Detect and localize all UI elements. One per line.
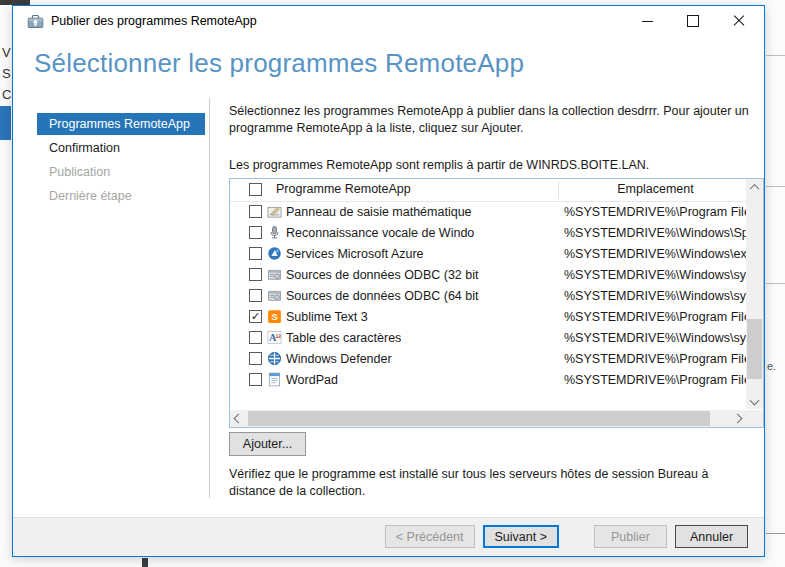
intro-text: Sélectionnez les programmes RemoteApp à … xyxy=(229,103,751,137)
program-path: %SYSTEMDRIVE%\Windows\system32\odbcad3..… xyxy=(564,289,746,303)
speech-recognition-icon xyxy=(267,225,282,240)
scroll-right-icon[interactable] xyxy=(729,410,746,427)
row-checkbox[interactable] xyxy=(249,352,262,365)
table-row[interactable]: Windows Defender%SYSTEMDRIVE%\Program Fi… xyxy=(230,349,746,370)
table-row[interactable]: AΩTable des caractères%SYSTEMDRIVE%\Wind… xyxy=(230,328,746,349)
add-button[interactable]: Ajouter... xyxy=(229,432,306,456)
odbc-data-source-icon xyxy=(267,288,282,303)
page-title: Sélectionner les programmes RemoteApp xyxy=(34,48,524,79)
program-path: %SYSTEMDRIVE%\Program Files\Common Files… xyxy=(564,205,746,219)
table-row[interactable]: ✓SSublime Text 3%SYSTEMDRIVE%\Program Fi… xyxy=(230,307,746,328)
scroll-down-icon[interactable] xyxy=(746,392,763,409)
svg-text:S: S xyxy=(271,311,278,322)
window-title: Publier des programmes RemoteApp xyxy=(51,14,257,28)
background-line xyxy=(766,283,785,284)
background-partial-text: C xyxy=(2,87,12,102)
program-name: WordPad xyxy=(286,373,558,387)
row-checkbox[interactable] xyxy=(249,331,262,344)
publish-button: Publier xyxy=(594,525,667,548)
remoteapp-toolbox-icon xyxy=(27,13,44,30)
wizard-step-programmes-remoteapp[interactable]: Programmes RemoteApp xyxy=(37,113,205,135)
program-name: Services Microsoft Azure xyxy=(286,247,558,261)
source-note: Les programmes RemoteApp sont remplis à … xyxy=(229,158,751,172)
scroll-left-icon[interactable] xyxy=(230,410,247,427)
column-header-location[interactable]: Emplacement xyxy=(564,182,747,196)
sidebar-separator xyxy=(209,98,210,498)
background-taskbar-fragment xyxy=(142,558,148,567)
azure-services-icon xyxy=(267,246,282,261)
vertical-scroll-thumb[interactable] xyxy=(747,319,762,379)
program-name: Windows Defender xyxy=(286,352,558,366)
minimize-icon[interactable] xyxy=(624,6,670,36)
cancel-button[interactable]: Annuler xyxy=(675,525,748,548)
maximize-icon[interactable] xyxy=(670,6,716,36)
windows-defender-icon xyxy=(267,351,282,366)
table-row[interactable]: Panneau de saisie mathématique%SYSTEMDRI… xyxy=(230,202,746,223)
table-row[interactable]: Sources de données ODBC (64 bit%SYSTEMDR… xyxy=(230,286,746,307)
wizard-step-publication: Publication xyxy=(37,161,205,183)
program-table: Programme RemoteApp Emplacement Panneau … xyxy=(229,178,764,428)
program-name: Table des caractères xyxy=(286,331,558,345)
wizard-step-confirmation[interactable]: Confirmation xyxy=(37,137,205,159)
next-button[interactable]: Suivant > xyxy=(483,525,559,548)
odbc-data-source-icon xyxy=(267,267,282,282)
row-checkbox[interactable] xyxy=(249,226,262,239)
sublime-text-icon: S xyxy=(267,309,282,324)
scrollbar-corner xyxy=(746,410,763,427)
program-name: Sublime Text 3 xyxy=(286,310,558,324)
table-vertical-scrollbar[interactable] xyxy=(746,179,763,409)
publish-remoteapp-dialog: Publier des programmes RemoteApp Sélecti… xyxy=(12,5,765,557)
wordpad-icon xyxy=(267,372,282,387)
program-path: %SYSTEMDRIVE%\Windows\system32\charmap..… xyxy=(564,331,746,345)
footer: < PrécédentSuivant >PublierAnnuler xyxy=(13,517,764,556)
table-header: Programme RemoteApp Emplacement xyxy=(230,179,746,202)
previous-button: < Précédent xyxy=(385,525,475,548)
program-name: Sources de données ODBC (32 bit xyxy=(286,268,558,282)
row-checkbox[interactable] xyxy=(249,373,262,386)
wizard-step-derniere-etape: Dernière étape xyxy=(37,185,205,207)
title-bar: Publier des programmes RemoteApp xyxy=(13,6,764,37)
math-input-panel-icon xyxy=(267,204,282,219)
table-row[interactable]: Sources de données ODBC (32 bit%SYSTEMDR… xyxy=(230,265,746,286)
program-path: %SYSTEMDRIVE%\Program Files\Sublime Text… xyxy=(564,310,746,324)
table-horizontal-scrollbar[interactable] xyxy=(230,410,746,427)
scroll-up-icon[interactable] xyxy=(746,179,763,196)
background-partial-text: e. xyxy=(767,360,776,372)
program-path: %SYSTEMDRIVE%\Program Files\Windows Defe… xyxy=(564,352,746,366)
column-header-program[interactable]: Programme RemoteApp xyxy=(276,182,411,196)
horizontal-scroll-thumb[interactable] xyxy=(248,411,710,426)
column-separator[interactable] xyxy=(558,181,559,199)
background-line xyxy=(766,533,785,534)
row-checkbox[interactable] xyxy=(249,289,262,302)
background-partial-text: V xyxy=(2,45,12,60)
table-row[interactable]: Services Microsoft Azure%SYSTEMDRIVE%\Wi… xyxy=(230,244,746,265)
program-name: Reconnaissance vocale de Windo xyxy=(286,226,558,240)
table-row[interactable]: WordPad%SYSTEMDRIVE%\Program Files\Windo… xyxy=(230,370,746,391)
background-line xyxy=(766,186,785,187)
row-checkbox-checked[interactable]: ✓ xyxy=(249,310,262,323)
program-path: %SYSTEMDRIVE%\Windows\Speech\Common\s... xyxy=(564,226,746,240)
program-name: Panneau de saisie mathématique xyxy=(286,205,558,219)
row-checkbox[interactable] xyxy=(249,205,262,218)
program-table-body: Panneau de saisie mathématique%SYSTEMDRI… xyxy=(230,202,746,409)
program-path: %SYSTEMDRIVE%\Windows\syswow64\odbcad... xyxy=(564,268,746,282)
background-partial-text: S xyxy=(2,66,12,81)
background-highlight-fragment xyxy=(0,106,11,140)
background-line xyxy=(766,55,785,56)
program-name: Sources de données ODBC (64 bit xyxy=(286,289,558,303)
close-icon[interactable] xyxy=(716,6,762,36)
row-checkbox[interactable] xyxy=(249,268,262,281)
program-path: %SYSTEMDRIVE%\Windows\explorer.exe xyxy=(564,247,746,261)
select-all-checkbox[interactable] xyxy=(249,183,262,196)
table-row[interactable]: Reconnaissance vocale de Windo%SYSTEMDRI… xyxy=(230,223,746,244)
row-checkbox[interactable] xyxy=(249,247,262,260)
character-map-icon: AΩ xyxy=(267,330,282,345)
program-path: %SYSTEMDRIVE%\Program Files\Windows NT\.… xyxy=(564,373,746,387)
footer-buttons: < PrécédentSuivant >PublierAnnuler xyxy=(385,525,748,548)
verify-note: Vérifiez que le programme est installé s… xyxy=(229,466,755,500)
svg-text:Ω: Ω xyxy=(276,332,281,339)
wizard-steps: Programmes RemoteAppConfirmationPublicat… xyxy=(37,113,205,209)
